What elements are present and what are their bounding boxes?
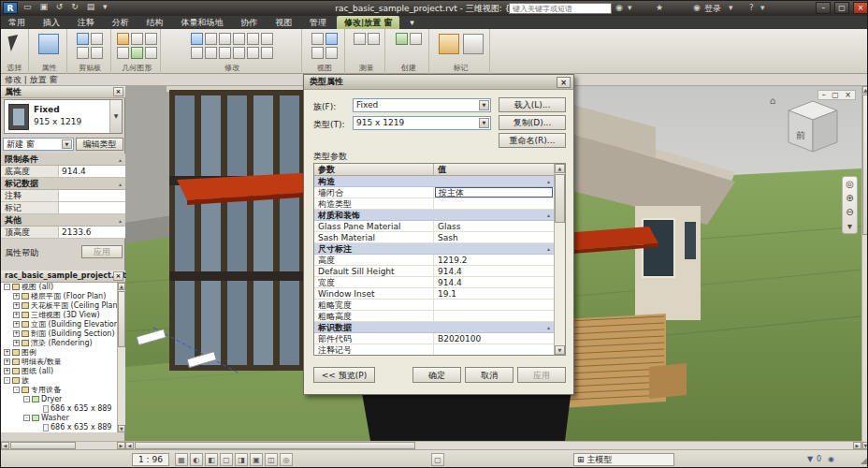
view-close-icon[interactable]: × (845, 91, 851, 99)
dialog-titlebar[interactable]: 类型属性 × (304, 75, 573, 90)
scroll-down-icon[interactable]: ▼ (862, 442, 868, 449)
view-restore-icon[interactable]: ▢ (832, 91, 839, 99)
copy-icon[interactable] (91, 33, 103, 45)
properties-help-link[interactable]: 属性帮助 (5, 247, 38, 259)
tag-on-placement-icon[interactable] (439, 34, 459, 54)
properties-close-icon[interactable]: × (113, 87, 123, 96)
load-button[interactable]: 载入(L)... (499, 97, 566, 112)
tree-expander[interactable]: - (13, 387, 20, 393)
tree-expander[interactable]: + (13, 321, 20, 328)
tree-expander[interactable]: + (13, 312, 20, 318)
scroll-right-icon[interactable]: ▶ (853, 442, 861, 449)
param-value[interactable]: 2133.6 (59, 227, 125, 238)
create-group-icon[interactable] (396, 33, 408, 45)
duplicate-button[interactable]: 复制(D)... (499, 115, 566, 130)
hidden-line-icon[interactable] (326, 33, 338, 45)
tree-expander[interactable]: + (13, 340, 20, 346)
scroll-left-icon[interactable]: ◀ (125, 442, 134, 449)
crop-region-icon[interactable]: ◫ (265, 453, 278, 466)
properties-icon[interactable] (38, 34, 59, 54)
tab-structure[interactable]: 结构 (139, 16, 171, 29)
tree-item[interactable]: 686 x 635 x 889 (1, 423, 117, 432)
tree-item[interactable]: -专用设备 (1, 386, 117, 395)
param-value[interactable]: 914.4 (59, 166, 125, 177)
family-combo[interactable]: Fixed ▼ (353, 98, 491, 112)
signin-label[interactable]: 登录 (704, 3, 721, 15)
app-menu-button[interactable]: R (3, 2, 18, 14)
tree-expander[interactable]: + (4, 349, 10, 356)
new-element-combo[interactable]: 新建 窗 ▼ (3, 138, 74, 151)
design-option-selector[interactable]: ⊞ 主模型 (573, 453, 674, 466)
param-value[interactable]: 1219.2 (434, 255, 554, 265)
select-toggle-icon[interactable]: ◉ (828, 455, 834, 463)
project-browser-header[interactable]: rac_basic_sample_project.rvt - ... × (1, 271, 125, 283)
qat-dropdown-icon[interactable]: ▾ (103, 2, 108, 11)
tree-item[interactable]: +图纸 (all) (1, 367, 117, 376)
param-value[interactable]: Glass (434, 221, 554, 231)
canvas-horizontal-scrollbar[interactable]: ◀ ▶ (125, 441, 861, 449)
array-icon[interactable] (219, 47, 231, 59)
scroll-thumb[interactable] (862, 95, 868, 235)
edit-type-button[interactable]: 编辑类型 (76, 138, 123, 151)
scroll-up-icon[interactable]: ▲ (555, 164, 565, 173)
create-similar-icon[interactable] (410, 33, 422, 45)
section-row[interactable]: 标记数据▴ (1, 178, 125, 190)
tree-item[interactable]: +天花板平面 (Ceiling Plan) (1, 301, 117, 311)
pin-icon[interactable] (247, 47, 259, 59)
undo-icon[interactable]: ↺ (56, 2, 65, 11)
hide-icon[interactable] (326, 47, 338, 59)
sun-path-icon[interactable]: ◧ (205, 453, 218, 466)
scroll-left-icon[interactable]: ◀ (1, 442, 9, 449)
minimize-button[interactable]: – (816, 2, 831, 14)
trim-icon[interactable] (191, 47, 203, 59)
tree-expander[interactable]: - (4, 284, 10, 290)
tab-modify-place-window[interactable]: 修改|放置 窗 (337, 16, 399, 29)
cancel-button[interactable]: 取消 (465, 367, 514, 383)
scroll-thumb[interactable] (555, 174, 565, 223)
param-value[interactable]: 914.4 (434, 277, 554, 287)
zoom-in-icon[interactable]: ⊕ (843, 191, 857, 205)
preview-button[interactable]: << 预览(P) (313, 367, 375, 383)
zoom-out-icon[interactable]: ⊖ (843, 205, 857, 219)
paint-icon[interactable] (117, 47, 129, 59)
tree-item[interactable]: -Dryer (1, 395, 117, 404)
collapse-icon[interactable]: ▴ (547, 322, 550, 332)
tab-insert[interactable]: 插入 (36, 16, 67, 29)
scroll-down-icon[interactable]: ▼ (118, 425, 125, 432)
split-icon[interactable] (205, 47, 217, 59)
redo-icon[interactable]: ↻ (71, 2, 80, 11)
canvas-vertical-scrollbar[interactable]: ▲ ▼ (861, 86, 868, 449)
close-button[interactable]: × (853, 2, 868, 14)
binoculars-icon[interactable]: ◉ (615, 3, 623, 12)
viewcube-home-icon[interactable]: ⌂ (770, 95, 775, 106)
viewcube[interactable]: 前 (777, 94, 848, 163)
browser-vertical-scrollbar[interactable]: ▲ ▼ (118, 283, 125, 432)
param-value[interactable] (59, 202, 125, 213)
param-value[interactable]: B2020100 (434, 333, 554, 344)
search-dropdown-icon[interactable]: ▾ (628, 3, 632, 12)
collapse-icon[interactable]: ▴ (119, 154, 122, 165)
family-dropdown-icon[interactable]: ▼ (479, 100, 489, 110)
cut-geometry-icon[interactable] (131, 33, 143, 45)
param-value[interactable] (59, 190, 125, 201)
tab-home[interactable]: 常用 (1, 16, 33, 29)
user-icon[interactable]: ◉ (693, 3, 701, 12)
collapse-icon[interactable]: ▴ (119, 178, 122, 189)
param-value[interactable] (434, 300, 554, 310)
split-face-icon[interactable] (131, 47, 143, 59)
tree-expander[interactable]: + (4, 358, 10, 365)
tab-collaborate[interactable]: 协作 (233, 16, 265, 29)
tree-item[interactable]: +楼层平面 (Floor Plan) (1, 292, 117, 301)
match-type-icon[interactable] (91, 47, 103, 59)
ok-button[interactable]: 确定 (412, 367, 461, 383)
align-icon[interactable] (191, 33, 203, 45)
tree-item[interactable]: +三维视图 (3D View) (1, 311, 117, 320)
param-value[interactable]: 19.1 (434, 288, 554, 299)
demolish-icon[interactable] (145, 47, 157, 59)
visual-style-icon[interactable]: ◐ (190, 453, 203, 466)
offset-icon[interactable] (219, 33, 231, 45)
rename-button[interactable]: 重命名(R)... (499, 133, 566, 148)
tree-expander[interactable]: - (23, 415, 30, 421)
tab-manage[interactable]: 管理 (302, 16, 334, 29)
tree-expander[interactable]: + (13, 293, 20, 300)
